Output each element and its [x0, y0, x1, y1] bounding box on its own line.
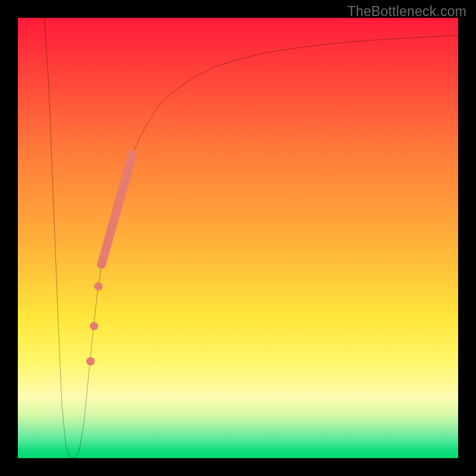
- watermark-text: TheBottleneck.com: [347, 4, 466, 20]
- highlight-dot: [86, 357, 95, 365]
- highlight-band: [102, 154, 133, 264]
- highlight-dot: [90, 322, 98, 330]
- highlight-dot: [94, 282, 102, 290]
- plot-area: [18, 18, 458, 458]
- curve-layer: [18, 18, 458, 458]
- chart-frame: TheBottleneck.com: [0, 0, 476, 476]
